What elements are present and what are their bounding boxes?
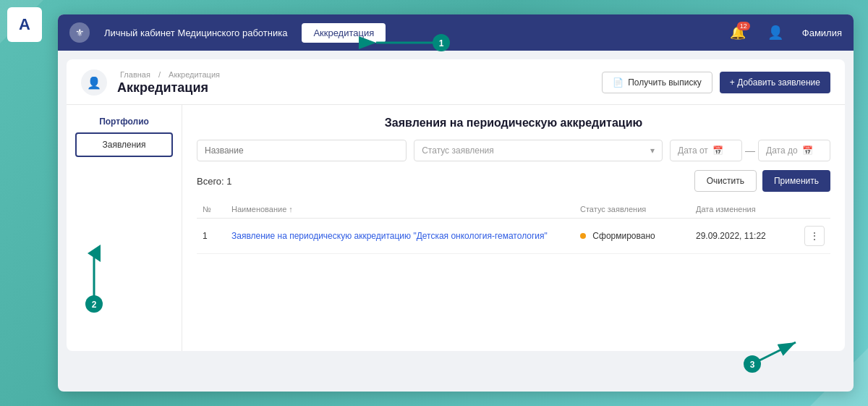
app-logo: А <box>7 7 42 42</box>
filter-action-btns: Очистить Применить <box>694 170 830 192</box>
col-status: Статус заявления <box>574 200 690 219</box>
main-window: ⚜ Личный кабинет Медицинского работника … <box>58 14 854 392</box>
svg-text:3: 3 <box>750 360 755 370</box>
col-date: Дата изменения <box>690 200 799 219</box>
cell-date: 29.09.2022, 11:22 <box>690 219 799 254</box>
username: Фамилия <box>802 28 842 38</box>
sidebar: Портфолио Заявления <box>67 105 182 351</box>
arrow-3-annotation: 3 <box>745 328 817 374</box>
arrow-2-annotation: 2 <box>72 239 116 314</box>
date-to-input[interactable]: Дата до 📅 <box>758 140 830 161</box>
filters-row: Статус заявления ▾ Дата от 📅 — Дата до 📅 <box>197 140 830 161</box>
filter-name-input[interactable] <box>197 140 407 161</box>
navbar-title: Личный кабинет Медицинского работника <box>104 28 287 38</box>
export-btn[interactable]: 📄 Получить выписку <box>602 72 712 93</box>
page-header-left: 👤 Главная / Аккредитация Аккредитация <box>81 69 223 96</box>
navbar: ⚜ Личный кабинет Медицинского работника … <box>58 14 854 51</box>
cell-number: 1 <box>197 219 226 254</box>
cell-status: Сформировано <box>574 219 690 254</box>
total-count: Всего: 1 <box>197 176 232 187</box>
body-layout: Портфолио Заявления Заявления на периоди… <box>67 105 845 351</box>
clear-btn[interactable]: Очистить <box>694 170 757 192</box>
page-title: Аккредитация <box>117 80 223 96</box>
chevron-down-icon: ▾ <box>650 145 655 156</box>
row-actions-btn[interactable]: ⋮ <box>804 226 825 246</box>
date-filter-group: Дата от 📅 — Дата до 📅 <box>670 140 830 161</box>
table-area: Заявления на периодическую аккредитацию … <box>182 105 845 351</box>
cell-name: Заявление на периодическую аккредитацию … <box>226 219 574 254</box>
action-row: Всего: 1 Очистить Применить <box>197 170 830 192</box>
status-dot <box>580 233 586 239</box>
table-header-row: № Наименование ↑ Статус заявления Дата и… <box>197 200 830 219</box>
data-table: № Наименование ↑ Статус заявления Дата и… <box>197 200 830 254</box>
apply-btn[interactable]: Применить <box>762 170 830 192</box>
date-separator: — <box>745 145 755 156</box>
sidebar-section-label: Портфолио <box>75 117 173 127</box>
filter-status-select[interactable]: Статус заявления ▾ <box>414 140 663 161</box>
page-header-actions: 📄 Получить выписку + Добавить заявление <box>602 72 830 93</box>
page-icon: 👤 <box>81 69 107 96</box>
page-header: 👤 Главная / Аккредитация Аккредитация 📄 … <box>67 59 845 105</box>
row-link[interactable]: Заявление на периодическую аккредитацию … <box>231 231 548 241</box>
calendar-icon: 📅 <box>712 145 723 156</box>
svg-text:1: 1 <box>439 38 444 48</box>
table-row: 1 Заявление на периодическую аккредитаци… <box>197 219 830 254</box>
bell-badge: 12 <box>737 22 750 30</box>
calendar-icon-end: 📅 <box>802 145 813 156</box>
col-number: № <box>197 200 226 219</box>
section-title: Заявления на периодическую аккредитацию <box>197 117 830 130</box>
main-card: 👤 Главная / Аккредитация Аккредитация 📄 … <box>67 59 845 351</box>
date-from-input[interactable]: Дата от 📅 <box>670 140 742 161</box>
notification-bell[interactable]: 🔔 12 <box>730 25 746 41</box>
cell-actions: ⋮ <box>799 219 830 254</box>
add-btn[interactable]: + Добавить заявление <box>720 72 830 93</box>
page-title-block: Главная / Аккредитация Аккредитация <box>117 70 223 96</box>
navbar-emblem: ⚜ <box>69 22 90 43</box>
status-text: Сформировано <box>592 231 655 241</box>
sidebar-btn-applications[interactable]: Заявления <box>75 132 173 157</box>
svg-text:2: 2 <box>92 300 97 310</box>
user-icon[interactable]: 👤 <box>767 25 783 41</box>
arrow-1-annotation: 1 <box>354 25 448 64</box>
breadcrumb: Главная / Аккредитация <box>117 70 223 79</box>
doc-icon: 📄 <box>613 77 624 88</box>
col-name: Наименование ↑ <box>226 200 574 219</box>
